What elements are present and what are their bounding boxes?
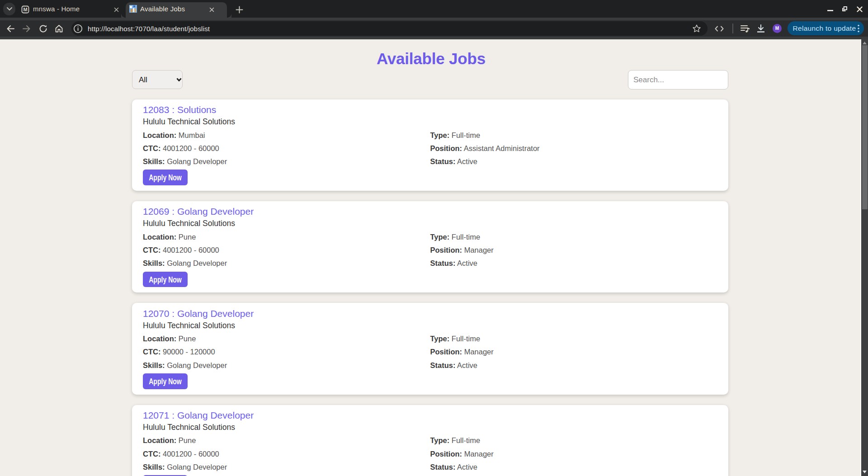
svg-text:M: M <box>23 7 27 12</box>
